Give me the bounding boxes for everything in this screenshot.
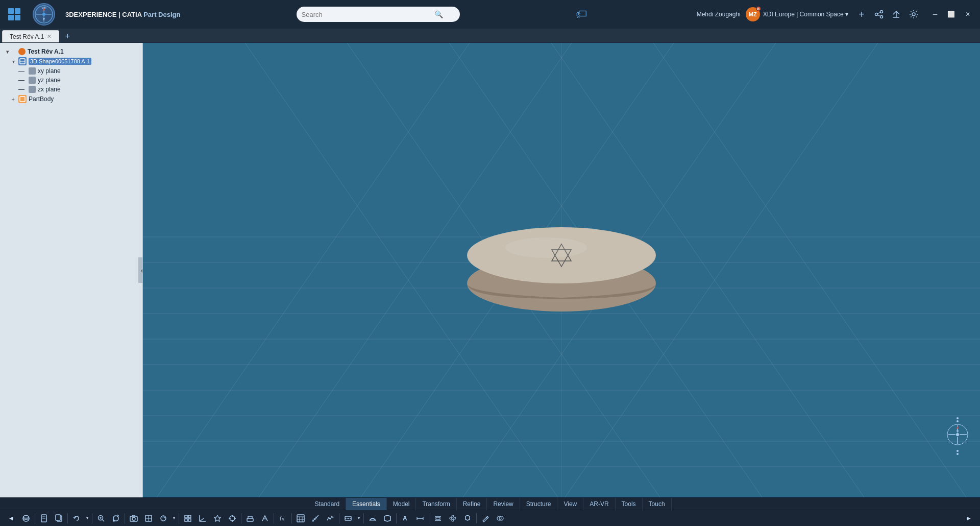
undo-dropdown[interactable]: ▾ [84, 511, 90, 525]
toolbar-scroll-left[interactable]: ◀ [4, 511, 18, 525]
tab-label: Test Rév A.1 [10, 33, 44, 40]
rotate-tool[interactable] [109, 511, 123, 525]
surface-tool[interactable] [365, 511, 380, 525]
toolbar-icons: ◀ ▾ [0, 510, 980, 526]
svg-marker-79 [214, 515, 220, 521]
constraint-tool[interactable] [460, 511, 475, 525]
tree-item-shape[interactable]: ▾ 3D Shape00051788 A.1 [0, 56, 142, 66]
tree-item-yz-plane[interactable]: — yz plane [0, 76, 142, 85]
formula-tool[interactable]: fx [276, 511, 290, 525]
tab-close[interactable]: ✕ [47, 33, 52, 40]
svg-rect-3 [15, 15, 20, 20]
extrude-tool[interactable] [243, 511, 257, 525]
grid-tool[interactable] [181, 511, 195, 525]
tree-root[interactable]: ▾ Test Rév A.1 [0, 47, 142, 56]
tree-item-zx-plane[interactable]: — zx plane [0, 85, 142, 94]
toolbar-tab-ar-vr[interactable]: AR-VR [583, 498, 615, 510]
panel-collapse-button[interactable]: ❮ [138, 257, 143, 283]
body-icon [18, 95, 27, 103]
dimension-tool[interactable] [413, 511, 427, 525]
expand-icon-shape[interactable]: ▾ [10, 58, 16, 64]
boolean-tool[interactable] [493, 511, 507, 525]
tab-test-rev[interactable]: Test Rév A.1 ✕ [2, 30, 59, 42]
minimize-button[interactable]: ─ [927, 7, 943, 21]
tree-item-partbody[interactable]: + PartBody [0, 94, 142, 104]
zoom-tool[interactable] [94, 511, 108, 525]
camera-tool[interactable] [127, 511, 141, 525]
distribute-tool[interactable] [446, 511, 460, 525]
svg-point-112 [452, 515, 454, 517]
compass-button[interactable]: V.R [29, 0, 59, 29]
svg-line-97 [327, 517, 329, 520]
toolbar-tab-touch[interactable]: Touch [643, 498, 672, 510]
section-dropdown[interactable]: ▾ [356, 511, 362, 525]
tree-item-xy-plane[interactable]: — xy plane [0, 66, 142, 76]
add-tab-button[interactable]: + [61, 30, 74, 42]
share-button[interactable] [871, 6, 887, 22]
3d-viewport[interactable]: N [143, 43, 980, 497]
connect-button[interactable] [888, 6, 904, 22]
separator [363, 513, 364, 523]
add-button[interactable]: + [853, 6, 870, 22]
toolbar-tab-refine[interactable]: Refine [457, 498, 487, 510]
xy-plane-label: xy plane [38, 67, 61, 75]
toolbar-tab-tools[interactable]: Tools [616, 498, 643, 510]
undo-tool[interactable] [69, 511, 84, 525]
workspace-label[interactable]: XDI Europe | Common Space ▾ [763, 11, 848, 18]
search-icon[interactable]: 🔍 [434, 10, 443, 18]
toolbar-tab-model[interactable]: Model [387, 498, 416, 510]
analyze-tool[interactable] [323, 511, 337, 525]
tag-icon[interactable]: 🏷 [576, 8, 587, 21]
svg-point-111 [454, 517, 456, 519]
toolbar-tab-structure[interactable]: Structure [520, 498, 558, 510]
toolbar-scroll-right[interactable]: ▶ [962, 511, 976, 525]
svg-rect-61 [56, 515, 60, 520]
svg-rect-74 [185, 519, 187, 521]
new-doc-tool[interactable] [37, 511, 51, 525]
measure-tool[interactable] [308, 511, 323, 525]
search-input[interactable] [302, 11, 434, 18]
table-tool[interactable] [293, 511, 308, 525]
svg-rect-1 [15, 8, 20, 14]
notification-badge: 8 [756, 6, 761, 11]
copy-tool[interactable] [52, 511, 66, 525]
separator [476, 513, 477, 523]
svg-line-63 [103, 519, 105, 521]
material-tool[interactable] [380, 511, 395, 525]
search-bar[interactable]: 🔍 [297, 7, 460, 22]
svg-rect-108 [436, 517, 440, 519]
shape-label: 3D Shape00051788 A.1 [29, 58, 91, 65]
svg-rect-75 [188, 519, 191, 521]
toolbar-tab-essentials[interactable]: Essentials [346, 498, 387, 510]
settings-button[interactable] [905, 6, 922, 22]
snap-tool[interactable] [225, 511, 239, 525]
svg-line-100 [332, 516, 333, 518]
render-tool[interactable] [156, 511, 170, 525]
titlebar: V.R 3DEXPERIENCE | CATIA Part Design 🔍 🏷… [0, 0, 980, 29]
navigation-compass[interactable]: N [945, 416, 970, 457]
close-button[interactable]: ✕ [960, 7, 976, 21]
expand-icon[interactable]: ▾ [4, 49, 10, 55]
toolbar-tab-view[interactable]: View [557, 498, 583, 510]
svg-text:fx: fx [280, 515, 285, 521]
edit-tool[interactable] [478, 511, 493, 525]
3d-axis-tool[interactable] [195, 511, 210, 525]
align-tool[interactable] [431, 511, 445, 525]
orbit-tool[interactable] [19, 511, 33, 525]
text-tool[interactable]: A [398, 511, 412, 525]
view-wireframe-tool[interactable] [141, 511, 156, 525]
sketch-tool[interactable] [258, 511, 272, 525]
favorite-tool[interactable] [210, 511, 225, 525]
app-name-text: 3DEXPERIENCE [65, 11, 116, 18]
toolbar-tab-standard[interactable]: Standard [308, 498, 346, 510]
svg-rect-73 [188, 515, 191, 518]
restore-button[interactable]: ⬜ [943, 7, 960, 21]
section-tool[interactable] [341, 511, 355, 525]
expand-icon-body[interactable]: + [10, 96, 16, 102]
toolbar-tab-review[interactable]: Review [487, 498, 520, 510]
svg-text:N: N [957, 429, 959, 433]
separator [339, 513, 339, 523]
render-dropdown[interactable]: ▾ [171, 511, 177, 525]
toolbar-tab-transform[interactable]: Transform [416, 498, 456, 510]
app-title: 3DEXPERIENCE | CATIA Part Design [59, 11, 186, 18]
